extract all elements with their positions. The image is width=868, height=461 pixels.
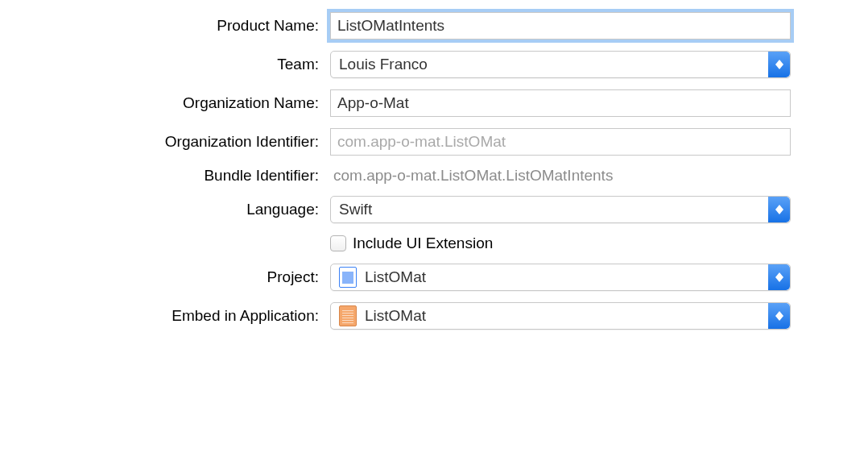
include-ui-extension-checkbox[interactable]: [330, 235, 346, 251]
language-label: Language:: [24, 201, 330, 218]
dropdown-arrows-icon: [768, 197, 790, 222]
language-dropdown-value: Swift: [339, 201, 372, 218]
organization-identifier-label: Organization Identifier:: [24, 133, 330, 151]
dropdown-arrows-icon: [768, 52, 790, 77]
include-ui-extension-label: Include UI Extension: [353, 235, 493, 252]
team-dropdown-value: Louis Franco: [339, 56, 428, 73]
dropdown-arrows-icon: [768, 303, 790, 329]
bundle-identifier-label: Bundle Identifier:: [24, 167, 330, 185]
xcode-project-icon: [339, 267, 357, 288]
product-name-label: Product Name:: [24, 17, 330, 35]
project-dropdown[interactable]: ListOMat: [330, 264, 791, 291]
product-name-input[interactable]: [330, 12, 791, 39]
team-dropdown[interactable]: Louis Franco: [330, 51, 791, 78]
dropdown-arrows-icon: [768, 264, 790, 290]
app-icon: [339, 305, 357, 326]
organization-name-label: Organization Name:: [24, 94, 330, 112]
embed-in-application-label: Embed in Application:: [24, 307, 330, 325]
organization-identifier-input[interactable]: [330, 128, 791, 156]
project-dropdown-value: ListOMat: [365, 268, 426, 286]
organization-name-input[interactable]: [330, 89, 791, 117]
team-label: Team:: [24, 56, 330, 73]
language-dropdown[interactable]: Swift: [330, 196, 791, 223]
project-label: Project:: [24, 268, 330, 286]
bundle-identifier-value: com.app-o-mat.ListOMat.ListOMatIntents: [330, 167, 613, 185]
embed-in-application-dropdown[interactable]: ListOMat: [330, 302, 791, 330]
embed-in-application-dropdown-value: ListOMat: [365, 307, 426, 325]
